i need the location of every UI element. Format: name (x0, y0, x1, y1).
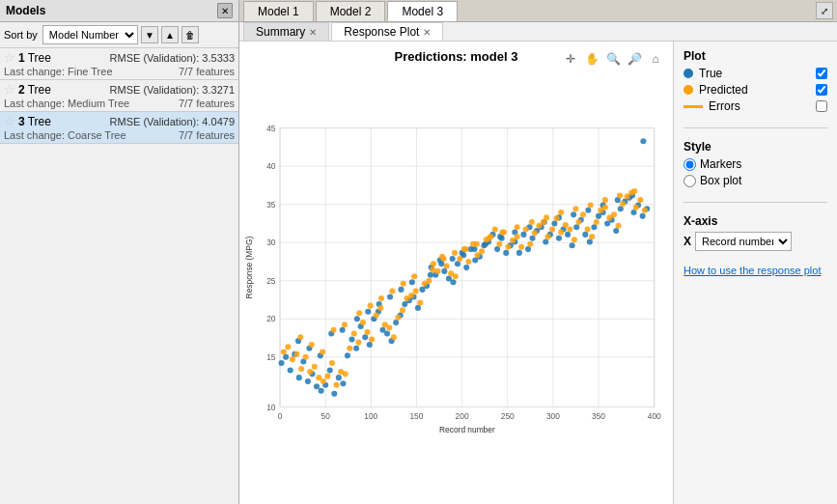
zoom-out-btn[interactable]: 🔎 (625, 49, 644, 69)
svg-point-57 (367, 342, 373, 348)
svg-point-53 (349, 337, 354, 343)
star-icon-3[interactable]: ☆ (4, 114, 15, 128)
svg-point-217 (580, 211, 586, 217)
svg-point-191 (465, 259, 471, 265)
svg-point-174 (391, 334, 397, 340)
svg-point-156 (312, 364, 318, 370)
zoom-in-btn[interactable]: 🔍 (603, 49, 623, 69)
svg-text:Response (MPG): Response (MPG) (244, 237, 254, 299)
model-num-2: 2 (18, 83, 25, 97)
sort-asc-btn[interactable]: ▼ (141, 26, 158, 43)
pan-tool-btn[interactable]: ✋ (582, 49, 601, 69)
svg-point-143 (571, 211, 576, 217)
svg-point-198 (496, 241, 502, 247)
svg-point-210 (549, 227, 555, 233)
svg-text:40: 40 (266, 161, 276, 171)
divider-2 (684, 202, 827, 203)
svg-point-215 (572, 237, 577, 242)
legend-errors-checkbox[interactable] (816, 100, 827, 112)
svg-text:50: 50 (321, 411, 331, 421)
legend-errors-label: Errors (709, 99, 810, 113)
model-item-1[interactable]: ☆ 1 Tree RMSE (Validation): 3.5333 Last … (0, 48, 238, 80)
legend-predicted: Predicted (684, 83, 827, 97)
models-panel: Models ✕ Sort by Model Number RMSE Name … (0, 0, 239, 504)
delete-btn[interactable]: 🗑 (181, 26, 199, 43)
svg-point-254 (572, 206, 578, 211)
legend-true-dot (684, 69, 693, 78)
svg-point-203 (518, 244, 524, 250)
svg-point-136 (471, 246, 477, 252)
last-change-3: Last change: Coarse Tree (4, 129, 126, 141)
scatter-plot-svg: 45 40 35 30 25 20 15 10 0 50 100 150 200 (243, 68, 669, 490)
svg-point-171 (377, 305, 383, 311)
svg-point-241 (401, 281, 406, 287)
tab-response-plot-close[interactable]: ✕ (423, 27, 431, 38)
model-num-3: 3 (18, 115, 25, 128)
svg-point-233 (309, 342, 315, 348)
legend-predicted-checkbox[interactable] (816, 84, 827, 96)
xaxis-label: X (684, 235, 691, 248)
sortby-select[interactable]: Model Number RMSE Name (42, 25, 138, 44)
svg-point-212 (558, 230, 564, 236)
sort-desc-btn[interactable]: ▲ (161, 26, 179, 43)
svg-point-216 (575, 219, 581, 225)
home-btn[interactable]: ⌂ (646, 49, 665, 69)
svg-point-237 (356, 310, 362, 316)
star-icon-1[interactable]: ☆ (4, 50, 15, 65)
tab-model-1[interactable]: Model 1 (243, 1, 314, 21)
svg-point-93 (525, 246, 531, 252)
tab-model-3[interactable]: Model 3 (387, 1, 458, 21)
svg-point-77 (455, 261, 460, 266)
svg-point-163 (343, 371, 349, 377)
svg-text:20: 20 (266, 314, 276, 323)
svg-point-49 (331, 391, 337, 397)
svg-point-253 (558, 210, 564, 215)
radio-markers-input[interactable] (684, 158, 696, 171)
svg-point-48 (327, 368, 333, 374)
legend-true-checkbox[interactable] (816, 68, 827, 79)
svg-point-219 (589, 234, 595, 239)
tab-summary[interactable]: Summary ✕ (243, 22, 329, 41)
tab-model-2[interactable]: Model 2 (316, 1, 386, 21)
svg-point-225 (615, 223, 621, 229)
svg-point-182 (426, 278, 432, 284)
svg-point-167 (360, 320, 366, 325)
models-panel-close[interactable]: ✕ (217, 3, 233, 18)
star-icon-2[interactable]: ☆ (4, 82, 15, 97)
tab-summary-close[interactable]: ✕ (309, 27, 317, 38)
svg-point-113 (613, 228, 619, 234)
model-item-2[interactable]: ☆ 2 Tree RMSE (Validation): 3.3271 Last … (0, 80, 238, 112)
radio-markers-label: Markers (700, 157, 741, 171)
svg-point-149 (281, 349, 287, 354)
svg-point-179 (413, 288, 419, 294)
tab-response-plot-label: Response Plot (344, 25, 419, 39)
radio-boxplot-input[interactable] (684, 175, 696, 187)
svg-point-211 (554, 215, 560, 221)
xaxis-section-title: X-axis (684, 214, 827, 228)
svg-point-170 (374, 312, 379, 318)
svg-point-255 (588, 202, 594, 208)
svg-point-232 (297, 334, 303, 340)
svg-point-104 (573, 224, 579, 230)
svg-text:25: 25 (266, 276, 276, 286)
xaxis-select[interactable]: Record number Index (695, 232, 792, 251)
svg-point-258 (631, 188, 637, 194)
help-link[interactable]: How to use the response plot (684, 265, 827, 276)
features-2: 7/7 features (179, 98, 235, 109)
svg-point-106 (582, 232, 588, 238)
svg-text:200: 200 (456, 411, 469, 421)
svg-point-164 (347, 346, 352, 351)
svg-point-252 (544, 214, 549, 220)
svg-point-63 (393, 320, 399, 325)
divider-1 (684, 127, 827, 128)
model-type-1: Tree (28, 51, 51, 65)
chart-area: 45 40 35 30 25 20 15 10 0 50 100 150 200 (243, 68, 669, 490)
select-tool-btn[interactable]: ✛ (561, 49, 580, 69)
svg-point-52 (345, 352, 350, 358)
svg-point-231 (642, 208, 648, 213)
svg-point-152 (293, 351, 299, 357)
model-item-3[interactable]: ☆ 3 Tree RMSE (Validation): 4.0479 Last … (0, 112, 238, 144)
expand-btn[interactable]: ⤢ (816, 2, 833, 19)
tab-response-plot[interactable]: Response Plot ✕ (331, 22, 443, 41)
legend-errors: Errors (684, 99, 827, 113)
